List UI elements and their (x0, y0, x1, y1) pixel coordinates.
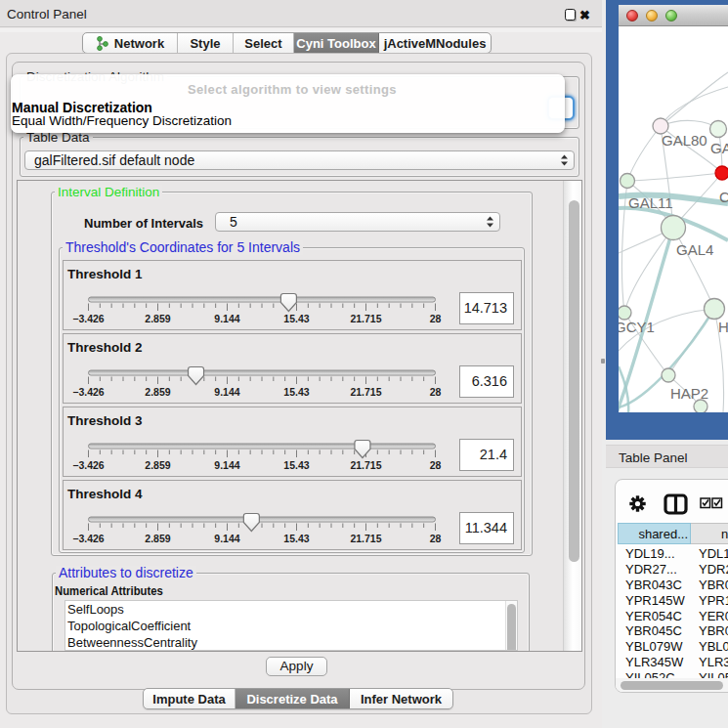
svg-text:GAL80: GAL80 (662, 132, 707, 149)
svg-text:9.144: 9.144 (214, 313, 239, 324)
svg-text:9.144: 9.144 (214, 459, 239, 471)
svg-text:2.859: 2.859 (145, 459, 170, 471)
svg-text:2.859: 2.859 (145, 313, 170, 324)
svg-text:15.43: 15.43 (283, 313, 309, 324)
svg-text:HAP2: HAP2 (670, 385, 708, 402)
svg-text:28: 28 (430, 533, 442, 544)
svg-text:GAL4: GAL4 (676, 241, 713, 258)
svg-text:28: 28 (430, 459, 442, 471)
svg-text:2.859: 2.859 (145, 533, 170, 544)
svg-text:−3.426: −3.426 (72, 533, 105, 544)
svg-text:−3.426: −3.426 (72, 386, 105, 398)
svg-text:H: H (718, 319, 728, 335)
svg-text:−3.426: −3.426 (72, 313, 105, 324)
svg-text:21.715: 21.715 (350, 533, 381, 544)
svg-text:15.43: 15.43 (283, 459, 309, 471)
svg-text:9.144: 9.144 (214, 386, 239, 398)
svg-text:15.43: 15.43 (283, 533, 309, 544)
svg-text:21.715: 21.715 (350, 386, 381, 398)
svg-text:28: 28 (430, 386, 442, 398)
svg-text:15.43: 15.43 (283, 386, 309, 398)
svg-text:GCY1: GCY1 (619, 319, 655, 335)
svg-text:9.144: 9.144 (214, 533, 239, 544)
svg-text:GAL: GAL (710, 140, 728, 156)
svg-text:GAL11: GAL11 (628, 194, 673, 211)
svg-text:C: C (719, 189, 728, 205)
svg-text:21.715: 21.715 (350, 313, 381, 324)
svg-text:21.715: 21.715 (350, 459, 381, 471)
svg-text:28: 28 (430, 313, 442, 324)
svg-text:−3.426: −3.426 (72, 459, 105, 471)
svg-text:2.859: 2.859 (145, 386, 170, 398)
